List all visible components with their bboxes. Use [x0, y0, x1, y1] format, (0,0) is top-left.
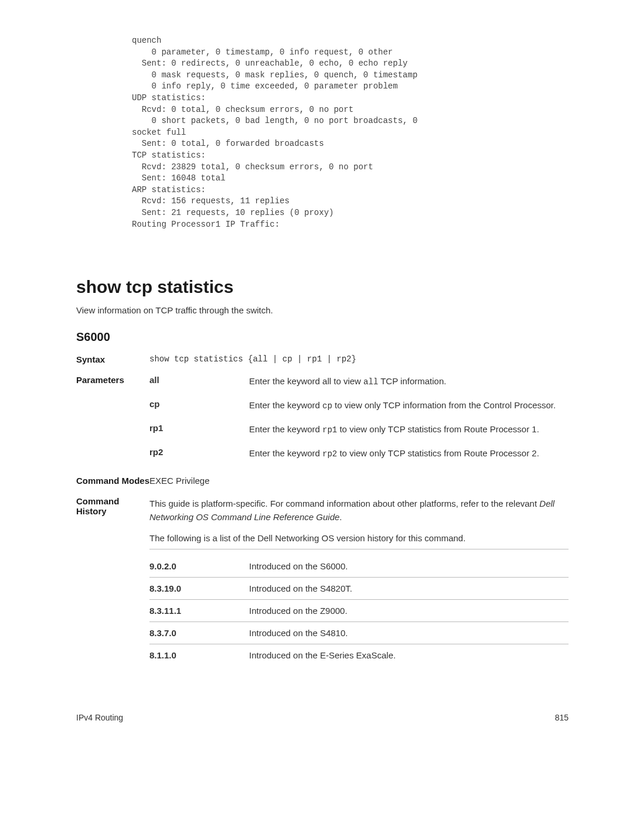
param-desc: Enter the keyword rp2 to view only TCP s…	[249, 447, 569, 460]
parameters-label: Parameters	[76, 375, 149, 471]
history-row: 8.3.7.0 Introduced on the S4810.	[149, 622, 569, 644]
history-desc: Introduced on the S4810.	[249, 628, 569, 638]
command-modes-label: Command Modes	[76, 476, 149, 486]
history-version: 8.3.11.1	[149, 606, 249, 616]
param-row: cp Enter the keyword cp to view only TCP…	[149, 399, 569, 412]
history-desc: Introduced on the S4820T.	[249, 583, 569, 593]
history-version: 9.0.2.0	[149, 561, 249, 571]
command-history-label: Command History	[76, 496, 149, 666]
history-note: This guide is platform-specific. For com…	[149, 497, 569, 524]
history-desc: Introduced on the E-Series ExaScale.	[249, 650, 569, 660]
history-row: 9.0.2.0 Introduced on the S6000.	[149, 555, 569, 578]
history-version: 8.3.7.0	[149, 628, 249, 638]
param-row: all Enter the keyword all to view all TC…	[149, 375, 569, 388]
param-row: rp2 Enter the keyword rp2 to view only T…	[149, 447, 569, 460]
history-row: 8.3.11.1 Introduced on the Z9000.	[149, 600, 569, 622]
param-row: rp1 Enter the keyword rp1 to view only T…	[149, 423, 569, 436]
model-heading: S6000	[76, 330, 569, 344]
command-description: View information on TCP traffic through …	[76, 305, 569, 315]
syntax-label: Syntax	[76, 354, 149, 364]
history-desc: Introduced on the Z9000.	[249, 606, 569, 616]
history-version: 8.3.19.0	[149, 583, 249, 593]
history-version: 8.1.1.0	[149, 650, 249, 660]
param-name: cp	[149, 399, 249, 409]
history-desc: Introduced on the S6000.	[249, 561, 569, 571]
param-name: rp2	[149, 447, 249, 457]
param-desc: Enter the keyword all to view all TCP in…	[249, 375, 569, 388]
terminal-output: quench 0 parameter, 0 timestamp, 0 info …	[132, 35, 569, 230]
history-intro: The following is a list of the Dell Netw…	[149, 533, 569, 549]
footer-section: IPv4 Routing	[76, 713, 123, 722]
history-row: 8.1.1.0 Introduced on the E-Series ExaSc…	[149, 644, 569, 666]
history-row: 8.3.19.0 Introduced on the S4820T.	[149, 578, 569, 600]
command-modes-value: EXEC Privilege	[149, 476, 569, 486]
command-title: show tcp statistics	[76, 277, 569, 297]
param-desc: Enter the keyword cp to view only TCP in…	[249, 399, 569, 412]
param-desc: Enter the keyword rp1 to view only TCP s…	[249, 423, 569, 436]
param-name: all	[149, 375, 249, 385]
footer-page-number: 815	[555, 713, 569, 722]
param-name: rp1	[149, 423, 249, 433]
syntax-value: show tcp statistics {all | cp | rp1 | rp…	[149, 354, 569, 364]
